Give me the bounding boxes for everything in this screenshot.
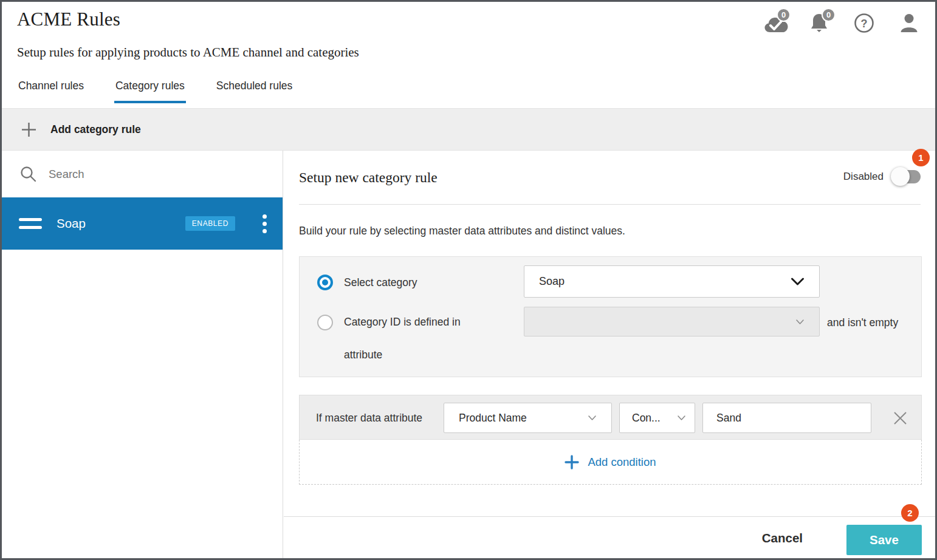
plus-icon	[565, 455, 579, 470]
rule-editor-panel: 1 Setup new category rule Disabled Build…	[284, 151, 935, 558]
chevron-down-icon	[588, 415, 597, 421]
category-dropdown[interactable]: Soap	[524, 265, 820, 298]
category-dropdown-value: Soap	[539, 275, 565, 288]
attribute-source-dropdown[interactable]	[524, 307, 820, 336]
conditions-box: If master data attribute Product Name Co…	[299, 395, 922, 485]
tab-scheduled-rules[interactable]: Scheduled rules	[215, 77, 294, 104]
condition-prefix-label: If master data attribute	[316, 412, 422, 425]
rule-name: Soap	[57, 216, 86, 231]
svg-text:?: ?	[861, 18, 868, 30]
app-window: ACME Rules Setup rules for applying prod…	[0, 0, 937, 560]
tab-channel-rules[interactable]: Channel rules	[17, 77, 85, 104]
condition-attribute-value: Product Name	[459, 412, 527, 425]
footer-divider	[284, 516, 935, 517]
remove-condition-icon[interactable]	[893, 411, 908, 426]
condition-value-input[interactable]	[702, 403, 871, 433]
disabled-toggle[interactable]	[893, 170, 921, 183]
toggle-knob	[891, 167, 910, 186]
rule-state-toggle-group: Disabled	[843, 170, 921, 183]
callout-badge-2: 2	[901, 504, 919, 522]
chevron-down-icon	[677, 415, 686, 421]
bell-count-badge: 0	[822, 8, 836, 22]
condition-operator-dropdown[interactable]: Con...	[619, 403, 695, 433]
tab-bar: Channel rules Category rules Scheduled r…	[17, 77, 293, 104]
user-icon[interactable]	[899, 10, 921, 33]
kebab-menu-icon[interactable]	[261, 213, 268, 234]
chevron-down-icon	[795, 319, 805, 325]
page-title: ACME Rules	[17, 9, 120, 30]
panel-title: Setup new category rule	[299, 169, 438, 186]
add-category-rule-button[interactable]: Add category rule	[2, 108, 935, 151]
page-subtitle: Setup rules for applying products to ACM…	[17, 45, 359, 60]
status-badge: ENABLED	[185, 216, 235, 231]
rules-sidebar: Soap ENABLED	[2, 151, 283, 558]
plus-icon	[21, 121, 37, 138]
save-button[interactable]: Save	[846, 525, 922, 555]
toggle-label: Disabled	[843, 171, 884, 183]
bell-icon[interactable]: 0	[809, 10, 831, 33]
cloud-count-badge: 0	[777, 8, 791, 22]
condition-row: If master data attribute Product Name Co…	[299, 395, 922, 440]
header-icons: 0 0 ?	[764, 10, 921, 33]
add-condition-button[interactable]: Add condition	[299, 440, 922, 485]
category-selection-box: Select category Soap Category ID is defi…	[299, 256, 922, 377]
add-condition-label: Add condition	[588, 456, 656, 469]
search-input[interactable]	[49, 168, 231, 181]
condition-operator-value: Con...	[632, 412, 661, 425]
add-category-rule-label: Add category rule	[50, 123, 141, 136]
header-divider	[299, 204, 921, 205]
radio-category-id-attribute[interactable]	[317, 315, 333, 330]
rule-description: Build your rule by selecting master data…	[299, 225, 625, 237]
isnt-empty-label: and isn't empty	[827, 316, 898, 329]
search-row	[2, 151, 283, 197]
drag-handle-icon[interactable]	[19, 218, 42, 229]
help-icon[interactable]: ?	[854, 10, 876, 33]
radio-select-category[interactable]	[317, 275, 333, 290]
search-icon	[19, 165, 37, 183]
tab-category-rules[interactable]: Category rules	[114, 77, 186, 104]
cancel-button[interactable]: Cancel	[762, 531, 803, 545]
radio-category-id-attribute-label: Category ID is defined in attribute	[344, 306, 487, 371]
rule-list-item-soap[interactable]: Soap ENABLED	[2, 197, 283, 250]
cloud-check-icon[interactable]: 0	[764, 10, 786, 33]
condition-attribute-dropdown[interactable]: Product Name	[444, 403, 612, 433]
radio-select-category-label: Select category	[344, 276, 417, 289]
chevron-down-icon	[791, 278, 805, 286]
callout-badge-1: 1	[912, 149, 930, 166]
